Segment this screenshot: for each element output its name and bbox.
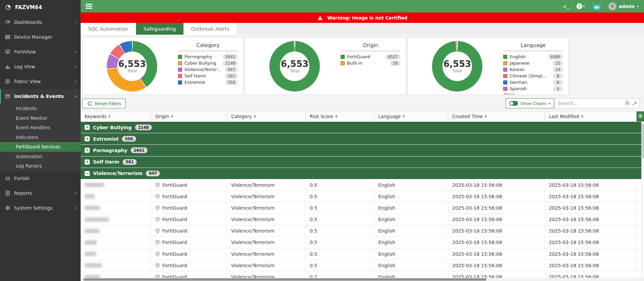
sidebar-item-incidents-events[interactable]: Incidents & Events› (0, 89, 81, 104)
legend-item[interactable]: Violence/Terrorism647 (178, 66, 238, 73)
sidebar-item-fortiai[interactable]: FortiAI (0, 171, 81, 186)
column-header-risk-score[interactable]: Risk Score▲▼ (306, 111, 374, 121)
assistant-robot-icon[interactable] (592, 2, 602, 10)
legend-swatch (178, 68, 182, 72)
sidebar-item-automation[interactable]: Automation (0, 152, 81, 162)
donut-chart[interactable]: 6,553Total (107, 41, 157, 92)
legend-item[interactable]: German8 (503, 79, 563, 85)
group-count-badge: 2641 (131, 147, 147, 153)
legend-more-link[interactable]: More... (503, 92, 563, 95)
sidebar-item-event-monitor[interactable]: Event Monitor (0, 113, 81, 123)
fortiguard-shield-icon (155, 206, 160, 210)
donut-total-label: Total (127, 69, 137, 73)
expand-icon[interactable]: + (85, 136, 90, 141)
group-row-cyber-bullying[interactable]: +Cyber Bullying2148 (81, 122, 641, 133)
table-cell: FortiGuard (151, 225, 227, 237)
legend-item[interactable]: Extremist556 (178, 79, 238, 85)
sidebar-item-reports[interactable]: Reports› (0, 186, 81, 201)
created-time-value: 2025-03-18 15:56:08 (452, 217, 502, 222)
sidebar-item-incidents[interactable]: Incidents (0, 104, 81, 113)
group-row-self-harm[interactable]: +Self Harm561 (81, 156, 641, 168)
legend-item[interactable]: Chinese (Simplified)8 (503, 73, 563, 79)
show-charts-button[interactable]: Show Charts ▾ (506, 98, 554, 108)
legend-item[interactable]: Self Harm561 (178, 73, 238, 79)
table-row[interactable]: FortiGuardViolence/Terrorism0.5English20… (81, 179, 641, 191)
help-menu[interactable]: ? ▾ (576, 3, 585, 9)
horizontal-scrollbar[interactable] (81, 278, 644, 281)
table-row[interactable]: FortiGuardViolence/Terrorism0.5English20… (81, 248, 641, 260)
match-case-icon[interactable]: Ⓐ (625, 100, 630, 106)
sidebar-item-device-manager[interactable]: Device Manager (0, 30, 81, 44)
tab-outbreak-alerts[interactable]: Outbreak Alerts (184, 23, 237, 35)
gear-icon (638, 113, 643, 120)
legend-item[interactable]: Spanish4 (503, 85, 563, 92)
tab-soc-automation[interactable]: SOC Automation (81, 23, 136, 35)
table-cell (637, 237, 641, 248)
barchart-icon (5, 64, 10, 70)
legend-item[interactable]: Cyber Bullying2148 (178, 60, 238, 66)
table-cell (637, 225, 641, 237)
sidebar-item-fortiview[interactable]: FortiView› (0, 44, 81, 59)
hamburger-menu-icon[interactable] (86, 3, 92, 10)
group-row-violence-terrorism[interactable]: −Violence/Terrorism647 (81, 168, 641, 179)
regex-search-icon[interactable]: .* (632, 101, 637, 106)
donut-chart[interactable]: 6,553Total (432, 41, 482, 92)
sidebar-item-indicators[interactable]: Indicators (0, 133, 81, 142)
column-header-keywords[interactable]: Keywords▲▼ (81, 111, 151, 121)
group-row-pornography[interactable]: +Pornography2641 (81, 145, 641, 156)
sidebar-item-log-parsers[interactable]: Log Parsers (0, 161, 81, 171)
vertical-scrollbar-thumb[interactable] (642, 123, 644, 158)
user-menu[interactable]: A admin ▾ (608, 2, 639, 10)
created-time-value: 2025-03-18 15:56:08 (452, 205, 502, 211)
column-settings-button[interactable] (637, 111, 644, 121)
app-logo-row[interactable]: FAZVM64 (0, 0, 81, 15)
column-header-origin[interactable]: Origin▲▼ (151, 111, 227, 121)
table-row[interactable]: FortiGuardViolence/Terrorism0.5English20… (81, 214, 641, 225)
table-row[interactable]: FortiGuardViolence/Terrorism0.5English20… (81, 225, 641, 237)
category-value: Violence/Terrorism (231, 194, 274, 199)
created-time-value: 2025-03-18 15:56:08 (452, 240, 502, 245)
category-value: Violence/Terrorism (231, 240, 274, 245)
group-label: Cyber Bullying (93, 125, 132, 130)
sidebar-item-dashboards[interactable]: Dashboards› (0, 15, 81, 30)
column-header-created-time[interactable]: Created Time▲▼ (448, 111, 545, 121)
table-row[interactable]: FortiGuardViolence/Terrorism0.5English20… (81, 260, 641, 271)
cli-console-icon[interactable]: >_ (563, 4, 570, 9)
search-input[interactable] (558, 101, 622, 106)
table-cell: 2025-03-18 15:56:08 (545, 248, 637, 259)
table-cell: English (374, 214, 448, 225)
table-row[interactable]: FortiGuardViolence/Terrorism0.5English20… (81, 191, 641, 202)
sidebar-item-log-view[interactable]: Log View› (0, 59, 81, 74)
created-time-value: 2025-03-18 15:56:08 (452, 274, 502, 278)
legend-item[interactable]: FortiGuard6527 (341, 54, 400, 60)
collapse-icon[interactable]: − (85, 171, 90, 176)
horizontal-scrollbar-thumb[interactable] (83, 278, 486, 281)
sidebar-item-label: Log View (14, 64, 71, 69)
legend-item[interactable]: English6486 (503, 54, 563, 60)
sidebar-item-fortiguard-services[interactable]: FortiGuard Services (0, 142, 81, 152)
column-header-last-modified[interactable]: Last Modified▲▼ (545, 111, 637, 121)
column-header-language[interactable]: Language▲▼ (374, 111, 448, 121)
tab-safeguarding[interactable]: Safeguarding (136, 23, 184, 35)
expand-icon[interactable]: + (85, 148, 90, 153)
table-row[interactable]: FortiGuardViolence/Terrorism0.7English20… (81, 271, 641, 278)
expand-icon[interactable]: + (85, 125, 90, 130)
column-header-category[interactable]: Category▲▼ (227, 111, 306, 121)
table-row[interactable]: FortiGuardViolence/Terrorism0.5English20… (81, 202, 641, 214)
fortiguard-shield-icon (155, 275, 160, 278)
legend-item[interactable]: Built-in26 (341, 60, 400, 66)
vertical-scrollbar[interactable] (641, 122, 644, 278)
legend-item[interactable]: Pornography2641 (178, 54, 238, 60)
table-row[interactable]: FortiGuardViolence/Terrorism0.5English20… (81, 237, 641, 248)
legend-item[interactable]: Japanese22 (503, 60, 563, 66)
legend-item[interactable]: Korean14 (503, 66, 563, 73)
gear-icon (5, 205, 10, 211)
sidebar-item-system-settings[interactable]: System Settings› (0, 201, 81, 215)
sidebar-item-fabric-view[interactable]: Fabric View› (0, 74, 81, 89)
donut-chart[interactable]: 6,553Total (269, 41, 320, 92)
expand-icon[interactable]: + (85, 160, 90, 165)
group-row-extremist[interactable]: +Extremist556 (81, 133, 641, 145)
sidebar-item-event-handlers[interactable]: Event Handlers (0, 123, 81, 133)
reset-filters-button[interactable]: Reset Filters (82, 99, 126, 108)
redacted-keyword (85, 263, 102, 268)
